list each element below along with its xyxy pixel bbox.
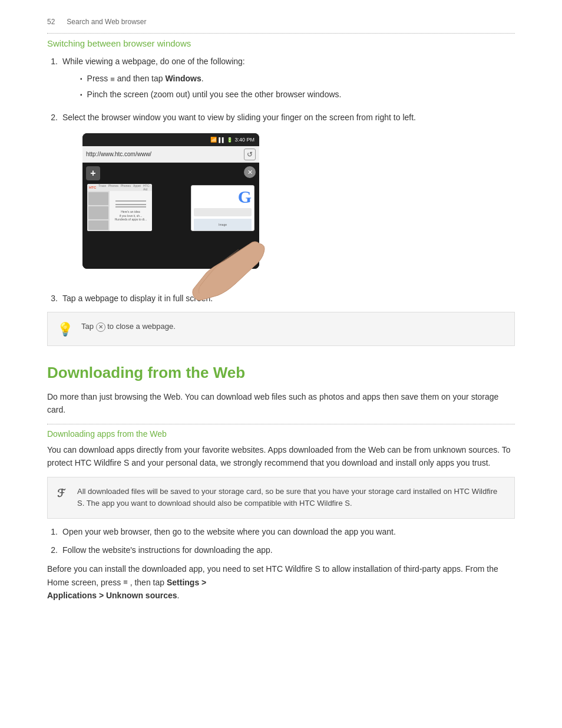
wifi-icon: 📶 — [210, 137, 217, 143]
download-step-1-text: Open your web browser, then go to the we… — [62, 526, 396, 538]
section2-intro: Do more than just browsing the Web. You … — [47, 390, 515, 417]
subsection-title: Downloading apps from the Web — [47, 429, 515, 439]
subsection-body: You can download apps directly from your… — [47, 443, 515, 470]
step-2: 2. Select the browser window you want to… — [47, 111, 515, 124]
note-content: All downloaded files will be saved to yo… — [77, 486, 505, 510]
mini-sidebar — [87, 191, 110, 231]
add-window-button: + — [86, 166, 100, 180]
mini-content-area: Here's an idea:if you love it, sh...Hund… — [87, 191, 152, 231]
footer-text-1: Before you can install the downloaded ap… — [47, 564, 498, 587]
bullet-list: Press ≡ and then tap Windows. Pinch the … — [80, 73, 341, 101]
footer-menu-icon: ≡ — [123, 577, 128, 589]
mini-nav-bar: HTC TracePhonesPhonesAppetHTC-Aid — [87, 184, 152, 191]
bullet-2: Pinch the screen (zoom out) until you se… — [80, 88, 341, 101]
step-1-text: While viewing a webpage, do one of the f… — [62, 57, 245, 66]
step-1-num: 1. — [47, 55, 58, 106]
download-step-2-num: 2. — [47, 544, 58, 556]
signal-icon: ▌▌ — [219, 137, 225, 143]
mini-thumb-2 — [88, 206, 108, 219]
download-step-1-num: 1. — [47, 526, 58, 538]
menu-icon-1: ≡ — [110, 74, 115, 85]
refresh-button: ↺ — [244, 149, 256, 160]
mini-browser-1: HTC TracePhonesPhonesAppetHTC-Aid — [87, 184, 152, 231]
finger-illustration — [189, 220, 265, 316]
google-g: G — [238, 188, 252, 206]
bullet-1-text: Press ≡ and then tap Windows. — [87, 73, 204, 85]
google-search-bar — [194, 208, 252, 216]
url-text: http://www.htc.com/www/ — [86, 151, 240, 157]
subsection-divider — [47, 424, 515, 424]
section1-steps-cont: 3. Tap a webpage to display it in full s… — [47, 292, 515, 305]
note-icon: ℱ — [57, 487, 69, 500]
top-divider — [47, 33, 515, 34]
tip-box: 💡 Tap ✕ to close a webpage. — [47, 312, 515, 346]
status-bar: 📶 ▌▌ 🔋 3:40 PM — [82, 133, 259, 146]
status-icons: 📶 ▌▌ 🔋 3:40 PM — [210, 137, 254, 143]
mini-bar-1 — [115, 200, 146, 202]
section1-title: Switching between browser windows — [47, 38, 515, 48]
mini-bar-2 — [115, 204, 146, 205]
htc-idea-text: Here's an idea:if you love it, sh...Hund… — [115, 210, 147, 222]
phone-screenshot-container: 📶 ▌▌ 🔋 3:40 PM http://www.htc.com/www/ ↺… — [65, 133, 253, 286]
htc-logo: HTC — [89, 186, 96, 189]
download-step-2: 2. Follow the website's instructions for… — [47, 544, 515, 556]
battery-icon: 🔋 — [227, 137, 233, 143]
mini-nav-items: TracePhonesPhonesAppetHTC-Aid — [98, 184, 150, 191]
x-button-inline: ✕ — [96, 322, 105, 332]
tip-icon: 💡 — [57, 322, 73, 337]
close-window-button: ✕ — [244, 166, 256, 178]
download-step-2-text: Follow the website's instructions for do… — [62, 544, 273, 556]
mini-thumb-3 — [88, 220, 108, 230]
download-step-1: 1. Open your web browser, then go to the… — [47, 526, 515, 538]
page-header: 52 Search and Web browser — [47, 18, 515, 26]
step-2-num: 2. — [47, 111, 58, 124]
step-3-num: 3. — [47, 292, 58, 305]
section1-steps: 1. While viewing a webpage, do one of th… — [47, 55, 515, 124]
note-box: ℱ All downloaded files will be saved to … — [47, 477, 515, 519]
page-label: Search and Web browser — [67, 18, 146, 26]
time-display: 3:40 PM — [234, 137, 254, 143]
mini-thumb-1 — [88, 192, 108, 205]
mini-bar-3 — [115, 206, 146, 207]
url-bar: http://www.htc.com/www/ ↺ — [82, 146, 259, 163]
footer-paragraph: Before you can install the downloaded ap… — [47, 562, 515, 602]
mini-main: Here's an idea:if you love it, sh...Hund… — [110, 191, 152, 231]
step-2-text: Select the browser window you want to vi… — [62, 111, 416, 124]
mini-google-content: G — [191, 186, 254, 208]
bullet-2-text: Pinch the screen (zoom out) until you se… — [87, 88, 342, 101]
step-1: 1. While viewing a webpage, do one of th… — [47, 55, 515, 106]
download-steps: 1. Open your web browser, then go to the… — [47, 526, 515, 556]
step-3: 3. Tap a webpage to display it in full s… — [47, 292, 515, 305]
tip-content: Tap ✕ to close a webpage. — [81, 321, 176, 333]
section2-title: Downloading from the Web — [47, 364, 515, 382]
page-number: 52 — [47, 18, 55, 26]
bullet-1: Press ≡ and then tap Windows. — [80, 73, 341, 85]
